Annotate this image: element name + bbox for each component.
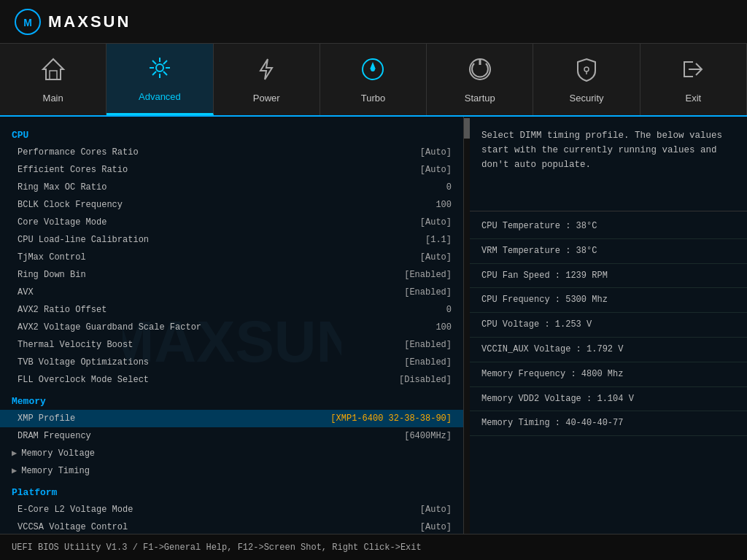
tab-power[interactable]: Power <box>214 44 320 115</box>
scrollbar[interactable] <box>464 117 470 534</box>
maxsun-logo-icon: M <box>15 9 41 35</box>
tab-security-label: Security <box>570 93 604 104</box>
turbo-icon <box>360 56 386 88</box>
svg-point-18 <box>584 67 589 71</box>
security-icon <box>573 56 600 88</box>
svg-line-10 <box>163 71 167 75</box>
row-vccsa-voltage-control[interactable]: VCCSA Voltage Control [Auto] <box>0 518 463 534</box>
svg-marker-13 <box>260 59 272 79</box>
row-ring-down-bin[interactable]: Ring Down Bin [Enabled] <box>0 266 463 284</box>
svg-marker-2 <box>43 59 63 79</box>
memory-section-header: Memory <box>0 389 463 410</box>
svg-rect-3 <box>50 71 57 79</box>
status-cpu-freq: CPU Frequency : 5300 Mhz <box>470 288 747 313</box>
row-performance-cores-ratio[interactable]: Performance Cores Ratio [Auto] <box>0 144 463 161</box>
advanced-icon <box>147 55 173 87</box>
logo-text: MAXSUN <box>48 12 131 31</box>
row-tvb-voltage-optimizations[interactable]: TVB Voltage Optimizations [Enabled] <box>0 354 463 371</box>
status-vrm-temp: VRM Temperature : 38°C <box>470 239 747 264</box>
row-bclk-clock-frequency[interactable]: BCLK Clock Frequency 100 <box>0 196 463 214</box>
row-efficient-cores-ratio[interactable]: Efficient Cores Ratio [Auto] <box>0 161 463 179</box>
row-ring-max-oc-ratio[interactable]: Ring Max OC Ratio 0 <box>0 179 463 196</box>
right-panel: Select DIMM timing profile. The below va… <box>470 117 747 534</box>
tab-security[interactable]: Security <box>533 44 640 115</box>
row-core-voltage-mode[interactable]: Core Voltage Mode [Auto] <box>0 214 463 231</box>
tab-main-label: Main <box>43 93 63 104</box>
help-text-box: Select DIMM timing profile. The below va… <box>470 117 747 211</box>
tab-advanced[interactable]: Advanced <box>107 44 213 115</box>
row-dram-frequency[interactable]: DRAM Frequency [6400MHz] <box>0 427 463 445</box>
svg-line-9 <box>152 61 156 64</box>
status-mem-timing: Memory Timing : 40-40-40-77 <box>470 411 747 436</box>
logo-area: M MAXSUN <box>15 9 131 35</box>
tab-exit[interactable]: Exit <box>640 44 747 115</box>
row-avx[interactable]: AVX [Enabled] <box>0 284 463 301</box>
status-mem-vdd2: Memory VDD2 Voltage : 1.104 V <box>470 387 747 412</box>
status-cpu-temp: CPU Temperature : 38°C <box>470 214 747 239</box>
status-cpu-fan: CPU Fan Speed : 1239 RPM <box>470 264 747 289</box>
nav-bar: Main Advanced Power <box>0 44 747 117</box>
cpu-section-header: CPU <box>0 122 463 144</box>
tab-startup[interactable]: Startup <box>427 44 533 115</box>
tab-main[interactable]: Main <box>0 44 107 115</box>
svg-point-15 <box>371 67 375 71</box>
exit-icon <box>680 56 706 88</box>
row-avx2-voltage-guardband[interactable]: AVX2 Voltage Guardband Scale Factor 100 <box>0 319 463 336</box>
help-text: Select DIMM timing profile. The below va… <box>481 131 722 170</box>
row-avx2-ratio-offset[interactable]: AVX2 Ratio Offset 0 <box>0 301 463 319</box>
status-cpu-voltage: CPU Voltage : 1.253 V <box>470 313 747 338</box>
row-ecore-l2-voltage-mode[interactable]: E-Core L2 Voltage Mode [Auto] <box>0 501 463 518</box>
row-memory-timing[interactable]: ▶Memory Timing <box>0 462 463 480</box>
top-bar: M MAXSUN <box>0 0 747 44</box>
bottom-bar-text: UEFI BIOS Utility V1.3 / F1->General Hel… <box>12 542 422 553</box>
bottom-bar: UEFI BIOS Utility V1.3 / F1->General Hel… <box>0 534 747 560</box>
startup-icon <box>467 56 493 88</box>
tab-power-label: Power <box>253 93 280 104</box>
svg-line-12 <box>152 71 156 75</box>
status-mem-freq: Memory Frequency : 4800 Mhz <box>470 362 747 387</box>
row-thermal-velocity-boost[interactable]: Thermal Velocity Boost [Enabled] <box>0 336 463 354</box>
row-xmp-profile[interactable]: XMP Profile [XMP1-6400 32-38-38-90] <box>0 410 463 427</box>
tab-exit-label: Exit <box>685 93 701 104</box>
power-icon <box>253 56 279 88</box>
row-tjmax-control[interactable]: TjMax Control [Auto] <box>0 249 463 266</box>
left-panel: MAXSUN CPU Performance Cores Ratio [Auto… <box>0 117 464 534</box>
platform-section-header: Platform <box>0 480 463 501</box>
status-vccin-voltage: VCCIN_AUX Voltage : 1.792 V <box>470 338 747 362</box>
svg-text:M: M <box>23 17 32 28</box>
svg-point-4 <box>156 64 163 71</box>
row-fll-overclock-mode[interactable]: FLL Overclock Mode Select [Disabled] <box>0 371 463 389</box>
content-area: MAXSUN CPU Performance Cores Ratio [Auto… <box>0 117 747 534</box>
status-list: CPU Temperature : 38°C VRM Temperature :… <box>470 211 747 534</box>
tab-turbo-label: Turbo <box>361 93 385 104</box>
main-icon <box>40 56 66 88</box>
tab-turbo[interactable]: Turbo <box>320 44 427 115</box>
row-memory-voltage[interactable]: ▶Memory Voltage <box>0 445 463 462</box>
tab-startup-label: Startup <box>465 93 495 104</box>
tab-advanced-label: Advanced <box>139 91 181 102</box>
svg-line-11 <box>163 61 167 64</box>
row-cpu-load-line-calibration[interactable]: CPU Load-line Calibration [1.1] <box>0 231 463 249</box>
